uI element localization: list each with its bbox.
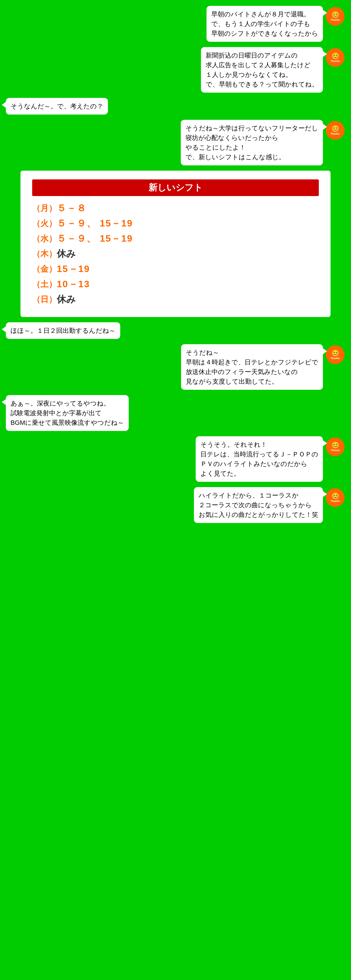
message-text-4: そうだね～大学は行ってないフリーターだし 寝坊が心配なくらいだったから やること… [185, 124, 318, 161]
shift-rest-6: 休み [57, 293, 76, 306]
bubble-text-8: そうそう。それそれ！ 日テレは、当時流行ってるＪ－ＰＯＰの ＰＶのハイライトみた… [196, 436, 323, 482]
shift-day-4: （金） [32, 264, 57, 275]
thanks-icon-1: 😊 Thanks [325, 6, 345, 26]
shift-row-6: （日） 休み [32, 293, 319, 306]
bubble-text-4: そうだね～大学は行ってないフリーターだし 寝坊が心配なくらいだったから やること… [181, 120, 323, 165]
thanks-circle-8: 😊 Thanks [326, 438, 345, 456]
message-2: 新聞折込の日曜日のアイデムの 求人広告を出して２人募集したけど １人しか見つから… [3, 47, 348, 92]
bubble-text-6: そうだね～ 早朝は４時起きで、日テレとかフジテレビで 放送休止中のフィラー天気み… [181, 344, 323, 390]
thanks-face-8: 😊 [332, 442, 339, 449]
thanks-circle-1: 😊 Thanks [326, 7, 345, 26]
shift-row-4: （金） 15－19 [32, 262, 319, 275]
shift-time-1: ５－９、 15－19 [57, 217, 133, 230]
thanks-circle-9: 😊 Thanks [326, 488, 345, 507]
shift-row-2: （水） ５－９、 15－19 [32, 232, 319, 245]
shift-time-4: 15－19 [57, 262, 90, 275]
thanks-icon-6: 😊 Thanks [325, 344, 345, 364]
shift-day-5: （土） [32, 279, 57, 290]
thanks-face-1: 😊 [332, 12, 339, 18]
shift-day-1: （火） [32, 218, 57, 229]
message-text-7: あぁ～。深夜にやってるやつね。 試験電波発射中とか字幕が出て BGMに乗せて風景… [11, 400, 124, 426]
shift-rest-3: 休み [57, 248, 76, 260]
thanks-label-6: Thanks [330, 357, 340, 360]
thanks-circle-4: 😊 Thanks [326, 121, 345, 140]
thanks-face-4: 😊 [332, 126, 339, 132]
shift-row-0: （月） ５－８ [32, 202, 319, 215]
message-text-3: そうなんだ～。で、考えたの？ [11, 103, 103, 110]
thanks-face-9: 😊 [332, 493, 339, 500]
shift-day-6: （日） [32, 294, 57, 305]
message-5: ほほ～。１日２回出勤するんだね～ [3, 322, 348, 339]
shift-row-3: （木） 休み [32, 248, 319, 260]
message-1: 早朝のバイトさんが８月で退職。 で、もう１人の学生バイトの子も 早朝のシフトがで… [3, 6, 348, 42]
shift-row-5: （土） 10－13 [32, 278, 319, 291]
message-7: あぁ～。深夜にやってるやつね。 試験電波発射中とか字幕が出て BGMに乗せて風景… [3, 395, 348, 431]
thanks-icon-8: 😊 Thanks [325, 436, 345, 456]
thanks-face-2: 😊 [332, 53, 339, 59]
thanks-label-8: Thanks [330, 449, 340, 452]
shift-time-0: ５－８ [57, 202, 86, 215]
shift-day-0: （月） [32, 203, 57, 214]
thanks-icon-9: 😊 Thanks [325, 487, 345, 507]
shift-day-2: （水） [32, 233, 57, 244]
thanks-icon-4: 😊 Thanks [325, 120, 345, 140]
message-text-5: ほほ～。１日２回出勤するんだね～ [11, 327, 115, 334]
shift-time-2: ５－９、 15－19 [57, 232, 133, 245]
shift-card: 新しいシフト （月） ５－８ （火） ５－９、 15－19 （水） ５－９、 1… [21, 171, 330, 317]
message-text-6: そうだね～ 早朝は４時起きで、日テレとかフジテレビで 放送休止中のフィラー天気み… [186, 349, 318, 385]
message-text-1: 早朝のバイトさんが８月で退職。 で、もう１人の学生バイトの子も 早朝のシフトがで… [211, 11, 318, 37]
thanks-label-1: Thanks [330, 18, 340, 21]
thanks-face-6: 😊 [332, 350, 339, 356]
shift-row-1: （火） ５－９、 15－19 [32, 217, 319, 230]
thanks-label-4: Thanks [330, 132, 340, 135]
thanks-label-9: Thanks [330, 500, 340, 503]
shift-time-5: 10－13 [57, 278, 90, 291]
message-6: そうだね～ 早朝は４時起きで、日テレとかフジテレビで 放送休止中のフィラー天気み… [3, 344, 348, 390]
bubble-text-3: そうなんだ～。で、考えたの？ [6, 98, 108, 115]
message-9: ハイライトだから、１コーラスか ２コーラスで次の曲になっちゃうから お気に入りの… [3, 487, 348, 523]
bubble-text-5: ほほ～。１日２回出勤するんだね～ [6, 322, 120, 339]
bubble-text-9: ハイライトだから、１コーラスか ２コーラスで次の曲になっちゃうから お気に入りの… [194, 487, 323, 523]
bubble-text-7: あぁ～。深夜にやってるやつね。 試験電波発射中とか字幕が出て BGMに乗せて風景… [6, 395, 129, 431]
bubble-text-2: 新聞折込の日曜日のアイデムの 求人広告を出して２人募集したけど １人しか見つから… [201, 47, 323, 92]
thanks-circle-6: 😊 Thanks [326, 345, 345, 364]
message-text-9: ハイライトだから、１コーラスか ２コーラスで次の曲になっちゃうから お気に入りの… [199, 492, 318, 518]
chat-container: 早朝のバイトさんが８月で退職。 で、もう１人の学生バイトの子も 早朝のシフトがで… [0, 0, 351, 529]
message-text-8: そうそう。それそれ！ 日テレは、当時流行ってるＪ－ＰＯＰの ＰＶのハイライトみた… [200, 441, 318, 477]
thanks-label-2: Thanks [330, 60, 340, 62]
message-3: そうなんだ～。で、考えたの？ [3, 98, 348, 115]
thanks-circle-2: 😊 Thanks [326, 48, 345, 67]
shift-day-3: （木） [32, 248, 57, 259]
thanks-icon-2: 😊 Thanks [325, 47, 345, 67]
message-4: そうだね～大学は行ってないフリーターだし 寝坊が心配なくらいだったから やること… [3, 120, 348, 165]
shift-title: 新しいシフト [32, 180, 319, 196]
message-text-2: 新聞折込の日曜日のアイデムの 求人広告を出して２人募集したけど １人しか見つから… [206, 52, 318, 88]
bubble-text-1: 早朝のバイトさんが８月で退職。 で、もう１人の学生バイトの子も 早朝のシフトがで… [206, 6, 323, 42]
message-8: そうそう。それそれ！ 日テレは、当時流行ってるＪ－ＰＯＰの ＰＶのハイライトみた… [3, 436, 348, 482]
